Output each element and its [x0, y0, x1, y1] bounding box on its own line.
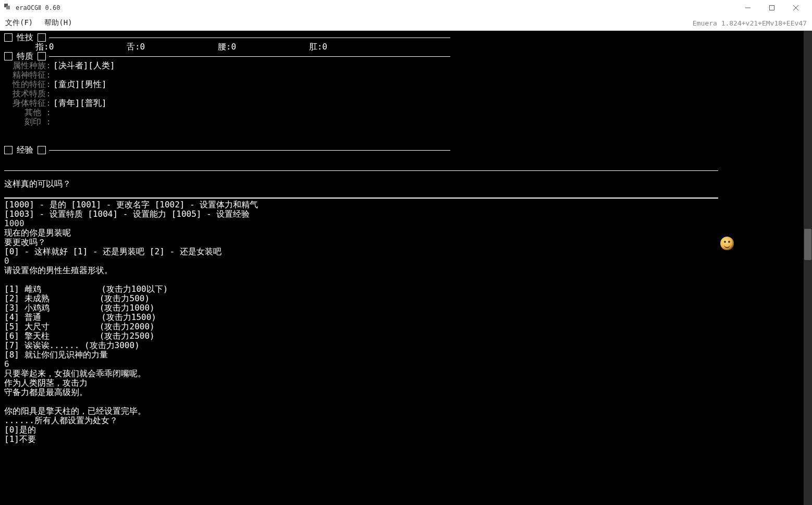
cloth-options[interactable]: [0] - 这样就好 [1] - 还是男装吧 [2] - 还是女装吧 [4, 247, 808, 256]
engine-version: Emuera 1.824+v21+EMv18+EEv47 [693, 19, 807, 27]
trait-race-label: 属性种族: [4, 61, 53, 70]
text-virgin-q: ......所有人都设置为处女？ [4, 416, 808, 425]
trait-race-value: [决斗者][人类] [53, 61, 115, 70]
maximize-icon [769, 5, 774, 10]
stat-finger: 指:0 [35, 42, 54, 52]
organ-opt-4[interactable]: [4] 普通 (攻击力1500) [4, 313, 808, 322]
divider [49, 38, 450, 38]
titlebar: eraOCGⅡ 0.60 [0, 0, 812, 16]
game-area: 性技 指:0 舌:0 腰:0 肛:0 特质 属性种族: [决斗者][人类] 精神… [0, 31, 812, 505]
divider [49, 56, 450, 57]
menu-help[interactable]: 帮助(H) [44, 18, 72, 28]
section-trait-header: 特质 [4, 52, 808, 61]
checkbox-icon [38, 52, 46, 60]
organ-opt-7[interactable]: [7] 诶诶诶...... (攻击力3000) [4, 341, 808, 350]
section-skill-header: 性技 [4, 33, 808, 42]
trait-mental: 精神特征: [4, 70, 808, 80]
text-change-q: 要更改吗？ [4, 238, 808, 247]
trait-sexual: 性的特征: [童贞][男性] [4, 80, 808, 89]
section-exp-label: 经验 [17, 145, 33, 155]
divider [49, 150, 450, 151]
trait-mark-label: 刻印 : [4, 117, 53, 127]
trait-other: 其他 : [4, 108, 808, 117]
trait-sexual-value: [童贞][男性] [53, 80, 107, 89]
minimize-icon [745, 5, 751, 10]
app-window: eraOCGⅡ 0.60 文件(F) 帮助(H) Emuera 1.824+v2… [0, 0, 812, 505]
text-react-1: 只要举起来，女孩们就会乖乖闭嘴呢。 [4, 369, 808, 378]
option-line-2[interactable]: [1003] - 设置特质 [1004] - 设置能力 [1005] - 设置经… [4, 210, 808, 219]
text-now-male: 现在的你是男装呢 [4, 228, 808, 238]
section-exp-header: 经验 [4, 145, 808, 155]
menu-file[interactable]: 文件(F) [5, 18, 33, 28]
trait-sexual-label: 性的特征: [4, 80, 53, 89]
stat-waist: 腰:0 [218, 42, 236, 52]
virgin-opt-yes[interactable]: [0]是的 [4, 425, 808, 435]
stat-anus: 肛:0 [309, 42, 327, 52]
close-icon [793, 5, 798, 10]
skill-stats: 指:0 舌:0 腰:0 肛:0 [4, 42, 327, 52]
trait-mental-label: 精神特征: [4, 70, 53, 80]
smiley-icon [720, 237, 734, 250]
section-trait-label: 特质 [17, 52, 33, 61]
organ-opt-5[interactable]: [5] 大尺寸 (攻击力2000) [4, 322, 808, 331]
confirm-text: 这样真的可以吗？ [4, 179, 808, 189]
input-echo-2: 0 [4, 256, 808, 266]
divider [4, 198, 718, 199]
divider [4, 170, 718, 171]
organ-opt-2[interactable]: [2] 未成熟 (攻击力500) [4, 294, 808, 303]
checkbox-icon [38, 33, 46, 42]
checkbox-icon [4, 33, 13, 42]
trait-body-value: [青年][普乳] [53, 98, 107, 108]
trait-tech: 技术特质: [4, 89, 808, 98]
trait-body: 身体特征: [青年][普乳] [4, 98, 808, 108]
trait-mark: 刻印 : [4, 117, 808, 127]
text-react-2: 作为人类阴茎，攻击力 [4, 378, 808, 388]
section-skill-label: 性技 [17, 33, 33, 42]
text-react-3: 守备力都是最高级别。 [4, 388, 808, 397]
scrollbar-thumb[interactable] [804, 229, 811, 260]
close-button[interactable] [784, 0, 808, 16]
app-icon [4, 4, 13, 12]
organ-opt-1[interactable]: [1] 雌鸡 (攻击力100以下) [4, 285, 808, 294]
organ-opt-6[interactable]: [6] 擎天柱 (攻击力2500) [4, 331, 808, 341]
virgin-opt-no[interactable]: [1]不要 [4, 435, 808, 444]
checkbox-icon [4, 52, 13, 60]
stat-tongue: 舌:0 [127, 42, 145, 52]
text-done: 你的阳具是擎天柱的，已经设置完毕。 [4, 407, 808, 416]
organ-opt-8[interactable]: [8] 就让你们见识神的力量 [4, 350, 808, 360]
trait-tech-label: 技术特质: [4, 89, 53, 98]
organ-opt-3[interactable]: [3] 小鸡鸡 (攻击力1000) [4, 303, 808, 313]
input-echo-1: 1000 [4, 219, 808, 228]
text-set-organ: 请设置你的男性生殖器形状。 [4, 266, 808, 275]
minimize-button[interactable] [736, 0, 760, 16]
trait-other-label: 其他 : [4, 108, 53, 117]
menubar: 文件(F) 帮助(H) Emuera 1.824+v21+EMv18+EEv47 [0, 16, 812, 31]
input-echo-3: 6 [4, 360, 808, 369]
option-line-1[interactable]: [1000] - 是的 [1001] - 更改名字 [1002] - 设置体力和… [4, 200, 808, 210]
trait-body-label: 身体特征: [4, 98, 53, 108]
checkbox-icon [4, 146, 13, 154]
scrollbar[interactable] [804, 31, 812, 505]
window-title: eraOCGⅡ 0.60 [16, 4, 60, 11]
checkbox-icon [38, 146, 46, 154]
maximize-button[interactable] [760, 0, 784, 16]
trait-race: 属性种族: [决斗者][人类] [4, 61, 808, 70]
svg-rect-1 [770, 6, 774, 10]
